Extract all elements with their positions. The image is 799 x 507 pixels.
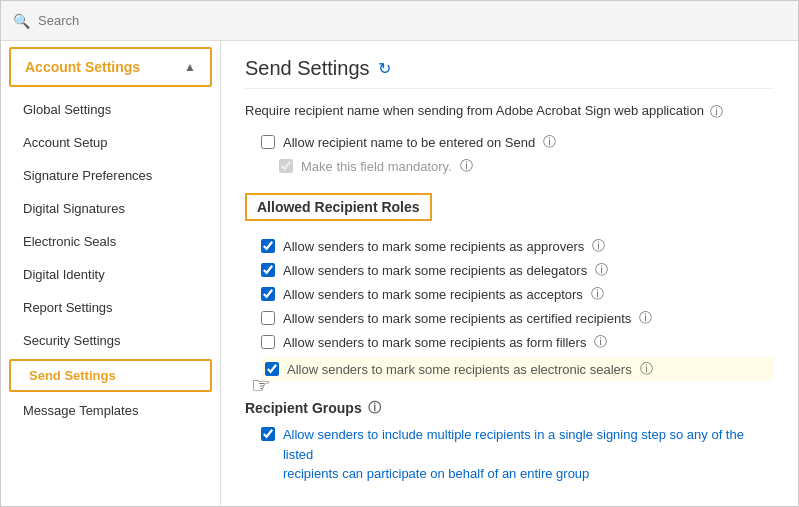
sidebar-item-report-settings[interactable]: Report Settings bbox=[1, 291, 220, 324]
recipient-groups-checkbox-row: Allow senders to include multiple recipi… bbox=[261, 425, 774, 484]
checkbox-row-certified: Allow senders to mark some recipients as… bbox=[261, 309, 774, 327]
checkbox-form-fillers[interactable] bbox=[261, 335, 275, 349]
recipient-groups-title: Recipient Groups ⓘ bbox=[245, 399, 774, 417]
sidebar-item-digital-signatures[interactable]: Digital Signatures bbox=[1, 192, 220, 225]
checkbox-certified-label: Allow senders to mark some recipients as… bbox=[283, 311, 631, 326]
help-icon-recipient-groups[interactable]: ⓘ bbox=[368, 399, 381, 417]
checkbox-row-approvers: Allow senders to mark some recipients as… bbox=[261, 237, 774, 255]
checkbox-row-form-fillers: Allow senders to mark some recipients as… bbox=[261, 333, 774, 351]
cursor-hand-icon: ☞ bbox=[251, 373, 271, 399]
checkbox-allow-name-label: Allow recipient name to be entered on Se… bbox=[283, 135, 535, 150]
checkbox-acceptors[interactable] bbox=[261, 287, 275, 301]
help-icon-allow-name[interactable]: ⓘ bbox=[543, 133, 556, 151]
checkbox-acceptors-label: Allow senders to mark some recipients as… bbox=[283, 287, 583, 302]
app-window: 🔍 Account Settings ▲ Global Settings Acc… bbox=[0, 0, 799, 507]
checkbox-form-fillers-label: Allow senders to mark some recipients as… bbox=[283, 335, 586, 350]
recipient-groups-text: Allow senders to include multiple recipi… bbox=[283, 425, 774, 484]
checkbox-mandatory-label: Make this field mandatory. bbox=[301, 159, 452, 174]
checkbox-approvers[interactable] bbox=[261, 239, 275, 253]
sidebar-item-global-settings[interactable]: Global Settings bbox=[1, 93, 220, 126]
sidebar-item-digital-identity[interactable]: Digital Identity bbox=[1, 258, 220, 291]
checkbox-recipient-groups[interactable] bbox=[261, 427, 275, 441]
main-layout: Account Settings ▲ Global Settings Accou… bbox=[1, 41, 798, 506]
search-input[interactable] bbox=[38, 13, 178, 28]
checkbox-row-allow-name: Allow recipient name to be entered on Se… bbox=[261, 133, 774, 151]
checkbox-row-delegators: Allow senders to mark some recipients as… bbox=[261, 261, 774, 279]
sidebar-section-account-settings[interactable]: Account Settings ▲ bbox=[9, 47, 212, 87]
section-description: Require recipient name when sending from… bbox=[245, 103, 774, 121]
page-title: Send Settings bbox=[245, 57, 370, 80]
help-icon-description[interactable]: ⓘ bbox=[710, 103, 723, 121]
description-text: Require recipient name when sending from… bbox=[245, 103, 704, 118]
sidebar-item-electronic-seals[interactable]: Electronic Seals bbox=[1, 225, 220, 258]
content-area: Send Settings ↻ Require recipient name w… bbox=[221, 41, 798, 506]
checkbox-delegators[interactable] bbox=[261, 263, 275, 277]
checkbox-approvers-label: Allow senders to mark some recipients as… bbox=[283, 239, 584, 254]
checkbox-row-electronic-sealers: Allow senders to mark some recipients as… bbox=[261, 357, 774, 381]
help-icon-mandatory[interactable]: ⓘ bbox=[460, 157, 473, 175]
sidebar: Account Settings ▲ Global Settings Accou… bbox=[1, 41, 221, 506]
chevron-up-icon: ▲ bbox=[184, 60, 196, 74]
recipient-groups-section: Recipient Groups ⓘ Allow senders to incl… bbox=[245, 399, 774, 484]
checkbox-mandatory[interactable] bbox=[279, 159, 293, 173]
checkbox-allow-name[interactable] bbox=[261, 135, 275, 149]
checkbox-row-acceptors: Allow senders to mark some recipients as… bbox=[261, 285, 774, 303]
refresh-icon[interactable]: ↻ bbox=[378, 59, 391, 78]
allowed-recipient-roles-section: Allowed Recipient Roles Allow senders to… bbox=[245, 181, 774, 381]
sidebar-item-message-templates[interactable]: Message Templates bbox=[1, 394, 220, 427]
help-icon-delegators[interactable]: ⓘ bbox=[595, 261, 608, 279]
help-icon-certified[interactable]: ⓘ bbox=[639, 309, 652, 327]
help-icon-electronic-sealers[interactable]: ⓘ bbox=[640, 360, 653, 378]
recipient-groups-link[interactable]: an entire group bbox=[502, 466, 589, 481]
help-icon-form-fillers[interactable]: ⓘ bbox=[594, 333, 607, 351]
content-title-row: Send Settings ↻ bbox=[245, 57, 774, 89]
help-icon-acceptors[interactable]: ⓘ bbox=[591, 285, 604, 303]
checkbox-electronic-sealers-label: Allow senders to mark some recipients as… bbox=[287, 362, 632, 377]
sidebar-item-account-setup[interactable]: Account Setup bbox=[1, 126, 220, 159]
allowed-recipient-roles-header: Allowed Recipient Roles bbox=[245, 193, 432, 221]
search-icon: 🔍 bbox=[13, 13, 30, 29]
search-bar: 🔍 bbox=[1, 1, 798, 41]
help-icon-approvers[interactable]: ⓘ bbox=[592, 237, 605, 255]
sidebar-item-signature-preferences[interactable]: Signature Preferences bbox=[1, 159, 220, 192]
checkbox-delegators-label: Allow senders to mark some recipients as… bbox=[283, 263, 587, 278]
sidebar-section-label: Account Settings bbox=[25, 59, 140, 75]
sidebar-item-security-settings[interactable]: Security Settings bbox=[1, 324, 220, 357]
checkbox-certified[interactable] bbox=[261, 311, 275, 325]
checkbox-row-mandatory: Make this field mandatory. ⓘ bbox=[279, 157, 774, 175]
sidebar-item-send-settings[interactable]: Send Settings bbox=[9, 359, 212, 392]
